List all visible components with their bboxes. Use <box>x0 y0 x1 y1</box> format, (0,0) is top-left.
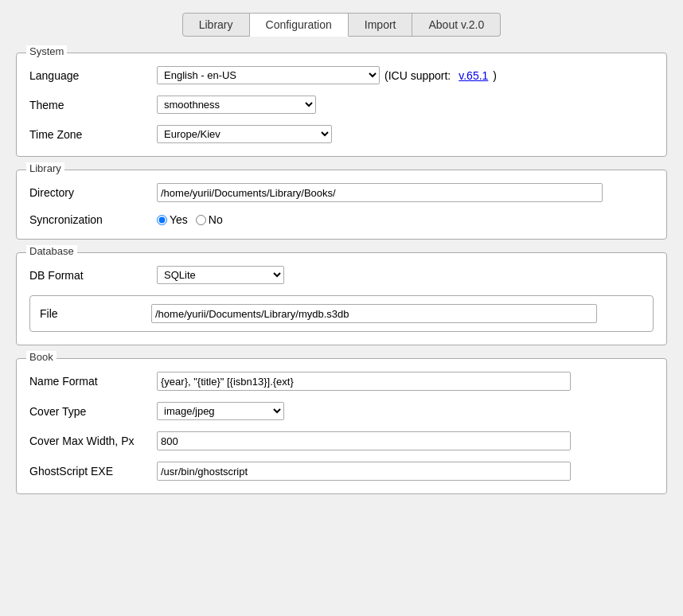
book-section: Book Name Format Cover Type image/jpeg i… <box>16 358 667 494</box>
covertype-row: Cover Type image/jpeg image/png image/gi… <box>29 402 654 420</box>
tab-library[interactable]: Library <box>182 13 250 37</box>
covermaxwidth-input[interactable] <box>157 431 571 450</box>
syncronization-label: Syncronization <box>29 213 157 226</box>
file-label: File <box>40 307 151 320</box>
file-input[interactable] <box>151 304 597 323</box>
directory-input[interactable] <box>157 183 603 202</box>
theme-row: Theme smoothness ui-lightness ui-darknes… <box>29 96 654 114</box>
tab-about[interactable]: About v.2.0 <box>412 13 501 37</box>
sync-radio-group: Yes No <box>157 213 223 226</box>
file-row: File <box>40 304 643 323</box>
theme-label: Theme <box>29 99 157 111</box>
system-legend: System <box>26 45 67 57</box>
navigation-bar: Library Configuration Import About v.2.0 <box>0 0 683 45</box>
covermaxwidth-label: Cover Max Width, Px <box>29 435 157 447</box>
tab-configuration[interactable]: Configuration <box>250 13 349 37</box>
sync-yes-radio[interactable] <box>157 215 167 225</box>
sync-no-radio[interactable] <box>196 215 206 225</box>
main-content: System Language English - en-US (ICU sup… <box>0 45 683 523</box>
dbformat-select[interactable]: SQLite MySQL PostgreSQL <box>157 266 284 284</box>
book-legend: Book <box>26 351 57 363</box>
directory-label: Directory <box>29 186 157 199</box>
database-section: Database DB Format SQLite MySQL PostgreS… <box>16 252 667 345</box>
ghostscript-row: GhostScript EXE <box>29 462 654 481</box>
database-legend: Database <box>26 245 77 257</box>
nameformat-input[interactable] <box>157 372 571 391</box>
library-section: Library Directory Syncronization Yes No <box>16 170 667 240</box>
sync-yes-label[interactable]: Yes <box>157 213 188 226</box>
ghostscript-label: GhostScript EXE <box>29 465 157 478</box>
syncronization-row: Syncronization Yes No <box>29 213 654 226</box>
db-file-box: File <box>29 295 654 332</box>
timezone-label: Time Zone <box>29 128 157 141</box>
nameformat-label: Name Format <box>29 375 157 388</box>
language-select[interactable]: English - en-US <box>157 66 380 84</box>
icu-prefix: (ICU support: <box>384 69 451 82</box>
icu-suffix: ) <box>493 69 497 82</box>
timezone-row: Time Zone Europe/Kiev UTC America/New_Yo… <box>29 125 654 143</box>
dbformat-label: DB Format <box>29 269 157 282</box>
sync-yes-text: Yes <box>170 213 188 226</box>
language-row: Language English - en-US (ICU support: v… <box>29 66 654 84</box>
ghostscript-input[interactable] <box>157 462 571 481</box>
theme-select[interactable]: smoothness ui-lightness ui-darkness star… <box>157 96 316 114</box>
tab-import[interactable]: Import <box>349 13 413 37</box>
nameformat-row: Name Format <box>29 372 654 391</box>
dbformat-row: DB Format SQLite MySQL PostgreSQL <box>29 266 654 284</box>
covertype-select[interactable]: image/jpeg image/png image/gif <box>157 402 284 420</box>
system-section: System Language English - en-US (ICU sup… <box>16 53 667 157</box>
covermaxwidth-row: Cover Max Width, Px <box>29 431 654 450</box>
covertype-label: Cover Type <box>29 405 157 418</box>
language-label: Language <box>29 69 157 82</box>
library-legend: Library <box>26 162 64 174</box>
icu-link[interactable]: v.65.1 <box>459 69 488 82</box>
directory-row: Directory <box>29 183 654 202</box>
sync-no-text: No <box>209 213 223 226</box>
timezone-select[interactable]: Europe/Kiev UTC America/New_York <box>157 125 332 143</box>
sync-no-label[interactable]: No <box>196 213 223 226</box>
